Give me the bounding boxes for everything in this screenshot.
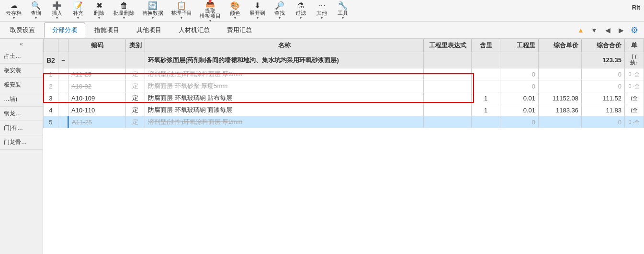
toolbar-find[interactable]: 🔎 查找 ▾ <box>269 0 290 21</box>
cell-2-amount: 0 <box>500 80 539 92</box>
cell-4-num: 4 <box>44 104 58 116</box>
cell-2-code: A10-92 <box>68 80 126 92</box>
header-unit: 单 <box>625 39 644 52</box>
cell-1-amount: 0 <box>500 68 539 80</box>
nav-right-icon[interactable]: ▶ <box>615 24 627 36</box>
settings-icon[interactable]: ⚙ <box>629 24 640 36</box>
cell-2-totalprice: 0 <box>582 80 625 92</box>
tab-fee-summary[interactable]: 费用汇总 <box>219 22 260 38</box>
tab-fee-setting[interactable]: 取费设置 <box>2 22 43 38</box>
cell-1-totalprice: 0 <box>582 68 625 80</box>
table-container: 编码 类别 名称 工程里表达式 含里 工程里 综合单价 综合合价 单 <box>43 39 644 254</box>
delete-icon: ✖ <box>96 1 102 10</box>
table-row-2[interactable]: 2 A10-92 定 防腐面层 环氧砂浆 厚度5mm 0 0 0 -全 <box>44 80 644 92</box>
supplement-icon: 📝 <box>73 1 83 10</box>
cell-4-type: 定 <box>126 104 145 116</box>
cell-b2-expr <box>424 52 472 68</box>
toolbar-color[interactable]: 🎨 颜色 ▾ <box>225 0 246 21</box>
toolbar-filter[interactable]: ⚗ 过滤 ▾ <box>290 0 311 21</box>
cell-b2-unitprice <box>539 52 582 68</box>
sidebar-item-2[interactable]: 板安装 <box>0 78 43 92</box>
table-row-5[interactable]: 5 A11-25 定 溶剂型(油性)环氧涂料面层 厚2mm 0 0 0 -全 <box>44 116 644 128</box>
toolbar-extract-template[interactable]: 📤 提取 模板项目 ▾ <box>196 0 225 21</box>
header-qty-content: 含里 <box>472 39 500 52</box>
header-code: 编码 <box>68 39 126 52</box>
cell-5-amount: 0 <box>500 116 539 128</box>
cell-3-expr <box>424 92 472 104</box>
tab-subsection[interactable]: 分部分项 <box>44 22 85 38</box>
cell-3-expand <box>58 92 68 104</box>
cell-4-qty: 1 <box>472 104 500 116</box>
cell-b2-type <box>126 52 145 68</box>
toolbar-insert[interactable]: ➕ 插入 ▾ <box>46 0 68 21</box>
header-expr: 工程里表达式 <box>424 39 472 52</box>
find-icon: 🔎 <box>275 1 284 10</box>
cell-1-code: A11-25 <box>68 68 126 80</box>
table-row-1[interactable]: 1 A11-25 定 溶剂型(油性)环氧涂料面层 厚2mm 0 0 0 -全 <box>44 68 644 80</box>
nav-up-icon[interactable]: ▲ <box>575 24 587 36</box>
rit-label: Rit <box>632 4 640 11</box>
batch-delete-icon: 🗑 <box>120 1 128 10</box>
cell-1-name: 溶剂型(油性)环氧涂料面层 厚2mm <box>145 68 424 80</box>
header-num <box>44 39 58 52</box>
cell-4-name: 防腐面层 环氧玻璃钢 面漆每层 <box>145 104 424 116</box>
toolbar-expand[interactable]: ⬇ 展开到 ▾ <box>246 0 269 21</box>
extract-icon: 📤 <box>205 0 215 8</box>
sidebar-item-5[interactable]: 门)有… <box>0 121 43 135</box>
toolbar-tools[interactable]: 🔧 工具 ▾ <box>332 0 353 21</box>
cell-3-unitprice: 11152.08 <box>539 92 582 104</box>
nav-left-icon[interactable]: ◀ <box>602 24 613 36</box>
cell-4-expr <box>424 104 472 116</box>
toolbar-other[interactable]: ⋯ 其他 ▾ <box>311 0 332 21</box>
header-unit-price: 综合单价 <box>539 39 582 52</box>
toolbar-query[interactable]: 🔍 查询 ▾ <box>25 0 46 21</box>
cell-3-totalprice: 111.52 <box>582 92 625 104</box>
cell-3-code: A10-109 <box>68 92 126 104</box>
content-area: 编码 类别 名称 工程里表达式 含里 工程里 综合单价 综合合价 单 <box>43 39 644 254</box>
sidebar-item-3[interactable]: …墙) <box>0 92 43 107</box>
cell-3-amount: 0.01 <box>500 92 539 104</box>
tab-labor-material[interactable]: 人材机汇总 <box>170 22 218 38</box>
toolbar-cloud-save[interactable]: ☁ 云存档 ▾ <box>2 0 25 21</box>
sidebar-collapse-button[interactable]: « <box>0 39 43 49</box>
organize-icon: 📋 <box>177 1 186 10</box>
cell-4-unitprice: 1183.36 <box>539 104 582 116</box>
main-layout: « 占土… 板安装 板安装 …墙) 钢龙… 门)有… 门龙骨… 编码 类别 <box>0 39 644 254</box>
table-row-3[interactable]: 3 A10-109 定 防腐面层 环氧玻璃钢 贴布每层 1 0.01 11152… <box>44 92 644 104</box>
collapse-icon[interactable]: − <box>61 56 65 64</box>
sidebar-item-0[interactable]: 占土… <box>0 49 43 64</box>
sidebar-item-6[interactable]: 门龙骨… <box>0 135 43 150</box>
toolbar-organize[interactable]: 📋 整理子目 ▾ <box>167 0 196 21</box>
cell-5-unitprice <box>539 116 582 128</box>
nav-down-icon[interactable]: ▼ <box>588 24 600 36</box>
table-row-b2[interactable]: B2 − 环氧砂浆面层(药剂制备间的墙裙和地沟、集水坑均采用环氧砂浆面层) 12… <box>44 52 644 68</box>
cell-2-type: 定 <box>126 80 145 92</box>
cell-2-unit: 0 -全 <box>625 80 644 92</box>
cell-4-unit: (全 <box>625 104 644 116</box>
cell-1-qty <box>472 68 500 80</box>
cell-2-unitprice <box>539 80 582 92</box>
sidebar-item-1[interactable]: 板安装 <box>0 64 43 78</box>
toolbar-delete[interactable]: ✖ 删除 ▾ <box>89 0 110 21</box>
cell-b2-expand[interactable]: − <box>58 52 68 68</box>
cell-b2-unit: [ (筑↑ <box>625 52 644 68</box>
table-row-4[interactable]: 4 A10-110 定 防腐面层 环氧玻璃钢 面漆每层 1 0.01 1183.… <box>44 104 644 116</box>
toolbar-batch-delete[interactable]: 🗑 批量删除 ▾ <box>110 0 138 21</box>
data-table: 编码 类别 名称 工程里表达式 含里 工程里 综合单价 综合合价 单 <box>43 39 644 128</box>
toolbar-replace-data[interactable]: 🔄 替换数据 ▾ <box>138 0 167 21</box>
toolbar-supplement[interactable]: 📝 补充 ▾ <box>68 0 89 21</box>
cell-5-qty <box>472 116 500 128</box>
cell-5-num: 5 <box>44 116 58 128</box>
cell-1-expr <box>424 68 472 80</box>
tab-measures[interactable]: 措施项目 <box>86 22 127 38</box>
cell-4-expand <box>58 104 68 116</box>
tab-other-items[interactable]: 其他项目 <box>128 22 169 38</box>
header-total-price: 综合合价 <box>582 39 625 52</box>
cell-b2-qty <box>472 52 500 68</box>
cell-b2-code <box>68 52 126 68</box>
sidebar-item-4[interactable]: 钢龙… <box>0 107 43 121</box>
cell-4-amount: 0.01 <box>500 104 539 116</box>
cell-5-totalprice: 0 <box>582 116 625 128</box>
cell-3-num: 3 <box>44 92 58 104</box>
header-type: 类别 <box>126 39 145 52</box>
